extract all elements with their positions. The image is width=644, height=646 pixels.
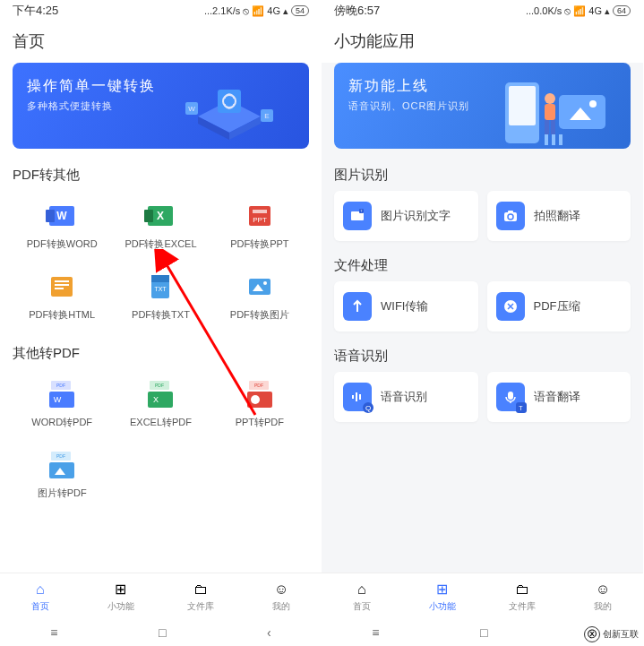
tab-profile[interactable]: ☺ 我的 [241, 573, 322, 619]
nav-keys: ≡ □ ‹ [0, 619, 322, 646]
item-pdf-to-txt[interactable]: TXT PDF转换TXT [111, 262, 210, 332]
tab-label: 我的 [272, 600, 290, 613]
item-label: 拍照翻译 [534, 208, 580, 224]
item-ppt-to-pdf[interactable]: PDF PPT转PDF [210, 369, 309, 440]
word-pdf-icon: PDFW [44, 378, 80, 410]
tab-tools[interactable]: ⊞ 小功能 [402, 573, 483, 619]
item-excel-to-pdf[interactable]: PDFX EXCEL转PDF [111, 369, 210, 440]
banner-illustration [469, 68, 622, 149]
banner[interactable]: 新功能上线 语音识别、OCR图片识别 [334, 63, 631, 149]
html-icon [44, 271, 80, 303]
watermark: ⓧ 创新互联 [580, 624, 642, 644]
nav-menu[interactable]: ≡ [50, 625, 57, 640]
list-file-proc: WIFI传输 PDF压缩 [334, 281, 631, 332]
item-label: EXCEL转PDF [130, 416, 192, 429]
tab-files[interactable]: 🗀 文件库 [483, 573, 563, 619]
item-pdf-to-word[interactable]: W PDF转换WORD [13, 191, 111, 262]
svg-text:TXT: TXT [155, 286, 167, 292]
signal2-icon: ▴ [605, 5, 610, 17]
item-ocr-text[interactable]: T 图片识别文字 [334, 191, 478, 241]
svg-rect-34 [148, 392, 173, 408]
tab-home[interactable]: ⌂ 首页 [322, 573, 402, 619]
signal-label: 4G [588, 5, 602, 16]
svg-point-48 [589, 100, 597, 108]
item-word-to-pdf[interactable]: PDFW WORD转PDF [13, 369, 111, 440]
tab-tools[interactable]: ⊞ 小功能 [81, 573, 161, 619]
svg-rect-65 [359, 394, 361, 400]
item-label: 图片识别文字 [381, 208, 451, 224]
net-speed: ...2.1K/s [204, 5, 240, 16]
svg-rect-64 [356, 392, 357, 401]
section-title-file-proc: 文件处理 [322, 250, 643, 281]
svg-rect-18 [51, 277, 73, 297]
svg-rect-66 [508, 392, 513, 400]
status-time: 下午4:25 [13, 3, 58, 19]
voice-rec-icon: Q [343, 383, 372, 411]
svg-rect-63 [352, 395, 354, 399]
banner[interactable]: 操作简单一键转换 多种格式便捷转换 W E [13, 63, 309, 149]
grid-pdf-to: W PDF转换WORD X PDF转换EXCEL PPT PDF转换PPT PD… [13, 191, 309, 332]
svg-rect-21 [55, 288, 64, 289]
svg-rect-54 [545, 120, 549, 134]
tab-label: 小功能 [429, 600, 456, 613]
home-icon: ⌂ [31, 581, 49, 599]
signal-icon: 📶 [573, 5, 586, 17]
nav-home[interactable]: □ [159, 625, 166, 640]
ocr-icon: T [343, 202, 372, 230]
nav-menu[interactable]: ≡ [372, 625, 379, 640]
item-pdf-to-html[interactable]: PDF转换HTML [13, 262, 111, 332]
item-pdf-to-excel[interactable]: X PDF转换EXCEL [111, 191, 210, 262]
spacer [322, 431, 643, 573]
nav-home[interactable]: □ [480, 625, 487, 640]
item-label: PDF压缩 [534, 298, 580, 314]
watermark-logo: ⓧ [584, 626, 600, 642]
user-icon: ☺ [272, 581, 290, 599]
mute-icon: ⦸ [564, 5, 571, 17]
tab-profile[interactable]: ☺ 我的 [562, 573, 643, 619]
excel-icon: X [142, 200, 178, 232]
tabbar: ⌂ 首页 ⊞ 小功能 🗀 文件库 ☺ 我的 [322, 573, 643, 619]
phone-body: 新功能上线 语音识别、OCR图片识别 图片识别 T 图片识别文字 [322, 63, 643, 646]
item-pdf-compress[interactable]: PDF压缩 [487, 281, 631, 332]
folder-icon: 🗀 [513, 581, 531, 599]
page-title: 小功能应用 [322, 22, 643, 63]
section-title-image-rec: 图片识别 [322, 159, 643, 191]
svg-rect-20 [55, 284, 69, 286]
grid-icon: ⊞ [112, 581, 130, 599]
svg-point-27 [263, 281, 267, 285]
item-label: PDF转换图片 [230, 308, 289, 322]
item-voice-translate[interactable]: T 语音翻译 [487, 372, 631, 422]
item-photo-translate[interactable]: 拍照翻译 [487, 191, 631, 241]
svg-text:PPT: PPT [253, 216, 267, 224]
item-voice-rec[interactable]: Q 语音识别 [334, 372, 478, 422]
grid-to-pdf: PDFW WORD转PDF PDFX EXCEL转PDF PDF PPT转PDF… [13, 369, 309, 511]
nav-back[interactable]: ‹ [267, 625, 271, 640]
tab-files[interactable]: 🗀 文件库 [161, 573, 242, 619]
svg-point-39 [251, 395, 260, 404]
svg-rect-49 [545, 133, 548, 145]
tab-label: 首页 [31, 600, 49, 613]
tab-label: 首页 [353, 600, 371, 613]
svg-rect-3 [218, 90, 241, 113]
home-icon: ⌂ [353, 581, 371, 599]
ppt-pdf-icon: PDF [242, 378, 278, 410]
section-title-voice: 语音识别 [322, 340, 643, 372]
list-voice: Q 语音识别 T 语音翻译 [334, 372, 631, 422]
svg-rect-53 [545, 104, 555, 120]
tab-home[interactable]: ⌂ 首页 [0, 573, 81, 619]
item-label: PDF转换TXT [132, 308, 190, 322]
image-icon [242, 271, 278, 303]
item-image-to-pdf[interactable]: PDF 图片转PDF [13, 440, 111, 511]
svg-text:E: E [264, 112, 269, 120]
item-pdf-to-image[interactable]: PDF转换图片 [210, 262, 309, 332]
signal2-icon: ▴ [283, 5, 288, 17]
svg-text:X: X [153, 395, 159, 404]
tab-label: 我的 [594, 600, 612, 613]
status-bar: 下午4:25 ...2.1K/s ⦸ 📶 4G ▴ 54 [0, 0, 322, 22]
page-title: 首页 [0, 22, 322, 63]
item-pdf-to-ppt[interactable]: PPT PDF转换PPT [210, 191, 309, 262]
signal-icon: 📶 [252, 5, 264, 17]
item-label: 语音翻译 [534, 389, 580, 405]
svg-text:W: W [188, 105, 195, 113]
item-wifi-transfer[interactable]: WIFI传输 [334, 281, 478, 332]
